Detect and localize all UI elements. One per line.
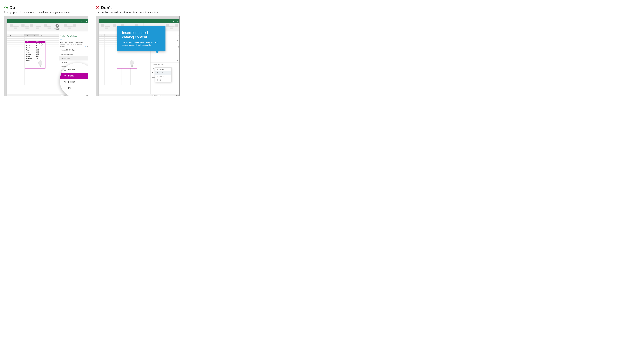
svg-point-8 (65, 70, 65, 70)
col-header[interactable]: L (30, 34, 39, 36)
view-break-button[interactable] (158, 95, 160, 96)
name-column-header[interactable]: Name (60, 46, 64, 47)
chevron-down-icon[interactable]: ▼ (85, 35, 86, 37)
scrollbar[interactable] (88, 49, 88, 54)
minimize-button[interactable] (166, 19, 171, 23)
sliders-icon (64, 80, 66, 83)
more-icon[interactable]: ••• (177, 60, 179, 61)
svg-point-23 (157, 69, 158, 70)
obstructing-callout: Insert formatted catalog content Use lis… (117, 26, 165, 51)
ribbon: Parts CatalogContoso (7, 23, 88, 31)
addin-name: Parts Catalog (54, 28, 61, 29)
inserted-table[interactable]: Lable Value Name60 - 65w Equal Descripti… (25, 40, 46, 68)
minimize-button[interactable] (75, 19, 79, 23)
view-page-button[interactable] (155, 95, 157, 96)
svg-point-20 (130, 60, 134, 65)
list-item[interactable]: Contoso 60 - 65w Equal (59, 48, 88, 52)
col-header[interactable]: H (99, 34, 105, 36)
menu-pin[interactable]: Pin (155, 78, 171, 82)
table-row: DescriptionWarm white (25, 45, 45, 47)
svg-point-5 (39, 60, 42, 65)
list-item[interactable]: ••• (150, 58, 179, 62)
col-header[interactable]: I (105, 34, 110, 36)
zoom-minus[interactable]: − (161, 95, 162, 96)
restore-button[interactable] (80, 19, 84, 23)
menu-insert[interactable]: Insert (60, 73, 88, 79)
dont-screenshot: ⌄ H I J K L M (96, 16, 179, 96)
list-view-icon[interactable]: ≡ (85, 46, 86, 47)
insert-icon (157, 72, 158, 74)
svg-rect-2 (81, 21, 82, 22)
svg-rect-6 (40, 65, 41, 66)
view-normal-button[interactable] (152, 95, 155, 96)
menu-pin[interactable]: Pin (60, 85, 88, 91)
grid-view-icon[interactable]: ▦ (178, 46, 179, 48)
list-view-icon[interactable]: ≡ (177, 46, 177, 48)
do-subtitle: Use graphic elements to focus customers … (4, 11, 88, 14)
chevron-down-icon[interactable]: ▼ (176, 35, 177, 37)
product-image (35, 59, 45, 68)
callout-tail (155, 51, 159, 54)
view-normal-button[interactable] (61, 95, 63, 96)
close-button[interactable] (84, 19, 88, 23)
x-circle-icon (96, 6, 99, 10)
table-row: ShapeBR30 (25, 55, 45, 57)
addin-vendor: Contoso (55, 29, 60, 30)
chevron-down-icon[interactable]: ⌄ (87, 32, 88, 34)
close-button[interactable] (175, 19, 179, 23)
dont-title: Don't (101, 5, 112, 10)
grid-view-icon[interactable]: ▦ (87, 46, 88, 47)
window-titlebar (99, 19, 179, 23)
restore-button[interactable] (171, 19, 175, 23)
table-row: BrandConsoto (25, 47, 45, 49)
svg-point-27 (158, 76, 158, 77)
pane-title: Contoso Parts Catalog (60, 35, 77, 37)
svg-point-12 (65, 82, 66, 82)
formula-bar[interactable]: ⌄ (7, 31, 88, 34)
list-item[interactable]: Contoso 60 - 6 (59, 56, 88, 60)
status-bar: − + 100% (99, 94, 179, 96)
table-col-value[interactable]: Value (35, 41, 45, 43)
table-row: DimmableYes (25, 57, 45, 59)
hamburger-icon[interactable]: ☰ (59, 38, 88, 41)
svg-rect-21 (131, 65, 133, 66)
menu-format[interactable]: Format (60, 79, 88, 85)
col-header[interactable]: J (19, 34, 25, 36)
eye-icon (64, 68, 66, 71)
addin-ribbon-button[interactable]: Parts CatalogContoso (53, 23, 62, 31)
view-page-button[interactable] (64, 95, 66, 96)
col-header[interactable]: I (13, 34, 19, 36)
svg-rect-17 (173, 21, 174, 22)
col-header[interactable]: M (39, 34, 45, 36)
table-row: Lumens1600 (25, 53, 45, 55)
lightbulb-icon (56, 24, 59, 28)
breadcrumb: LED - R30 - 2700K - Warm White (59, 41, 88, 44)
product-image (127, 59, 137, 68)
list-item[interactable]: Contoso 85w Equal (59, 52, 88, 56)
spreadsheet[interactable]: H I J K L M (7, 34, 59, 96)
menu-format[interactable]: Format (155, 75, 171, 78)
svg-rect-7 (40, 66, 41, 67)
col-header[interactable]: K (25, 34, 30, 36)
svg-point-25 (157, 76, 157, 76)
list-item[interactable]: Contoso 85w Equal (150, 62, 179, 67)
table-col-label[interactable]: Lable (25, 41, 35, 43)
pin-icon (64, 86, 66, 90)
do-column: Do Use graphic elements to focus custome… (4, 5, 88, 96)
table-row: Temp2700 (25, 49, 45, 51)
sort-icon[interactable]: ↓ (64, 46, 65, 47)
callout-body: Use list item menu to select insert and … (122, 41, 161, 46)
col-header[interactable]: H (7, 34, 13, 36)
chevron-down-icon[interactable]: ⌄ (179, 32, 179, 34)
close-icon[interactable]: ✕ (178, 35, 179, 37)
zoom-slider[interactable] (162, 96, 174, 96)
close-icon[interactable]: ✕ (87, 35, 88, 37)
menu-insert[interactable]: Insert (155, 71, 171, 75)
menu-preview[interactable]: Preview (155, 68, 171, 71)
zoom-plus[interactable]: + (175, 95, 175, 96)
insert-icon (64, 74, 66, 77)
do-screenshot: Parts CatalogContoso ⌄ H I J K L M (4, 16, 88, 96)
svg-rect-22 (131, 66, 132, 67)
col-header[interactable]: J (110, 34, 116, 36)
zoom-level[interactable]: 100% (176, 95, 179, 96)
